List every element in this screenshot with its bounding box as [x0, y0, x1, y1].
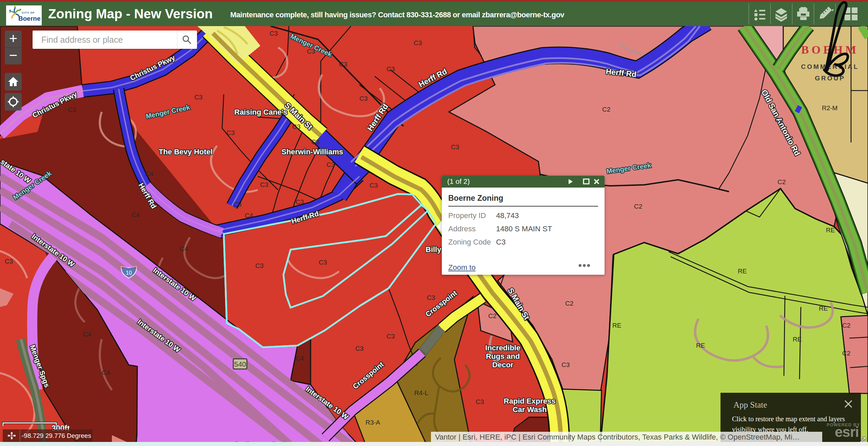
- svg-text:The Bevy Hotel: The Bevy Hotel: [159, 148, 213, 156]
- svg-text:C3: C3: [339, 61, 347, 68]
- svg-text:C3: C3: [307, 48, 315, 55]
- svg-text:C3: C3: [451, 143, 459, 151]
- svg-text:C3: C3: [387, 65, 395, 73]
- svg-text:CITY OF: CITY OF: [22, 11, 35, 14]
- svg-text:Boerne: Boerne: [18, 15, 40, 22]
- svg-text:C3: C3: [370, 182, 378, 189]
- svg-text:C3: C3: [427, 294, 435, 301]
- svg-text:C2: C2: [565, 300, 573, 307]
- svg-text:C4: C4: [180, 245, 188, 252]
- svg-text:Raising Cane's: Raising Cane's: [234, 108, 288, 116]
- svg-text:C2: C2: [777, 178, 786, 186]
- svg-text:Sherwin-Williams: Sherwin-Williams: [281, 148, 343, 156]
- svg-text:C3: C3: [233, 201, 241, 208]
- svg-text:RE: RE: [819, 305, 828, 312]
- svg-text:Rugs and: Rugs and: [486, 352, 520, 361]
- svg-text:C3: C3: [68, 106, 76, 113]
- svg-text:C2: C2: [842, 322, 850, 329]
- svg-text:C4: C4: [132, 211, 140, 218]
- svg-text:R4-L: R4-L: [414, 389, 428, 396]
- svg-text:C3: C3: [359, 95, 368, 102]
- svg-text:Billy': Billy': [426, 245, 443, 254]
- svg-text:C3: C3: [414, 39, 422, 46]
- svg-text:C2: C2: [602, 106, 610, 113]
- svg-text:C3: C3: [476, 398, 484, 405]
- svg-text:R2-M: R2-M: [822, 104, 837, 112]
- svg-text:C3: C3: [5, 258, 13, 265]
- svg-text:C2: C2: [842, 350, 850, 357]
- svg-text:RE: RE: [696, 342, 705, 349]
- svg-text:540: 540: [234, 360, 246, 368]
- svg-text:Decor: Decor: [492, 361, 514, 369]
- svg-text:C3: C3: [561, 361, 570, 368]
- svg-text:C3: C3: [270, 30, 278, 37]
- svg-text:C2: C2: [775, 116, 783, 123]
- svg-text:C4: C4: [102, 369, 110, 376]
- svg-text:C3: C3: [194, 94, 202, 101]
- svg-text:C3: C3: [355, 345, 363, 352]
- svg-text:C4: C4: [83, 331, 92, 338]
- svg-text:C3: C3: [255, 262, 263, 269]
- svg-text:C3: C3: [292, 123, 300, 130]
- svg-text:C4: C4: [296, 355, 304, 362]
- svg-text:RE: RE: [826, 227, 835, 234]
- svg-text:C3: C3: [296, 198, 304, 206]
- svg-text:10: 10: [126, 270, 132, 276]
- svg-text:C2: C2: [488, 312, 496, 319]
- svg-text:Incredible: Incredible: [485, 344, 520, 352]
- svg-text:R3-A: R3-A: [366, 419, 380, 426]
- svg-text:C3: C3: [260, 181, 268, 188]
- svg-text:C2: C2: [634, 203, 642, 210]
- svg-text:C3: C3: [226, 129, 235, 136]
- svg-text:Rapid Express: Rapid Express: [504, 397, 556, 405]
- svg-text:Car Wash: Car Wash: [513, 405, 547, 414]
- svg-text:C3: C3: [327, 161, 335, 168]
- svg-text:RE: RE: [612, 322, 621, 329]
- svg-text:RE: RE: [738, 268, 747, 275]
- svg-text:C3: C3: [311, 138, 319, 146]
- svg-text:RE: RE: [793, 336, 802, 343]
- svg-text:C4: C4: [245, 212, 253, 219]
- svg-text:C3: C3: [319, 259, 327, 266]
- svg-text:C4: C4: [145, 170, 154, 177]
- svg-text:C3: C3: [387, 333, 395, 340]
